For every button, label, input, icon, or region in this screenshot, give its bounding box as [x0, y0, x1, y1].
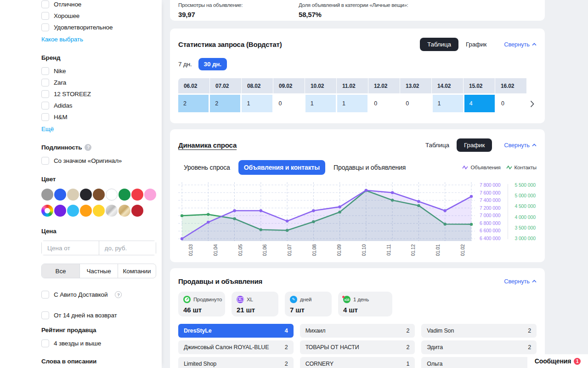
checkbox-icon[interactable] [41, 0, 49, 8]
help-icon[interactable]: ? [115, 291, 122, 298]
wordstat-value-cell: 0 [369, 95, 399, 112]
y-tick-label: 7 400 000 [480, 197, 503, 203]
seller-row[interactable]: CORNERY1 [300, 357, 415, 368]
brand-option-nike[interactable]: Nike [41, 67, 156, 75]
authenticity-option[interactable]: Со значком «Оригинал» [41, 157, 156, 165]
seller-row[interactable]: Джинсовый Салон ROYAL-BLUE2 [178, 340, 294, 354]
messages-widget[interactable]: Сообщения 1 [527, 354, 588, 368]
demand-chart-toggle[interactable]: График [457, 138, 492, 152]
x-tick-label: 01.06 [252, 244, 277, 259]
seller-row[interactable]: Vadim Son2 [421, 324, 537, 338]
checkbox-icon[interactable] [41, 23, 49, 31]
color-swatch-multicolor[interactable] [41, 205, 53, 217]
ads-y-axis: 7 800 0007 600 0007 400 0007 200 0007 00… [475, 182, 503, 241]
checkbox-icon[interactable] [41, 113, 49, 121]
condition-help-link[interactable]: Какое выбрать [41, 36, 83, 43]
color-swatch-brown[interactable] [93, 189, 105, 201]
seller-row[interactable]: Limited Shop2 [178, 357, 294, 368]
color-swatch-gray[interactable] [41, 189, 53, 201]
seller-row[interactable]: Эдита2 [421, 340, 537, 354]
color-swatch-purple[interactable] [54, 205, 66, 217]
table-scroll-right-button[interactable] [527, 98, 537, 110]
y-tick-label: 7 200 000 [480, 205, 503, 211]
tab-demand-level[interactable]: Уровень спроса [178, 160, 236, 175]
color-swatch-orange[interactable] [80, 205, 92, 217]
wordstat-collapse-link[interactable]: Свернуть [504, 41, 537, 48]
wordstat-table-header: 06.0207.0208.0209.0210.0211.0212.0213.02… [178, 78, 537, 93]
condition-option-label: Хорошее [54, 12, 79, 19]
wordstat-table: 06.0207.0208.0209.0210.0211.0212.0213.02… [178, 78, 537, 112]
color-swatch-pink[interactable] [144, 189, 156, 201]
seller-name: Ольга [427, 361, 442, 367]
seller-row[interactable]: Михаил2 [300, 324, 415, 338]
seller-type-private[interactable]: Частные [80, 264, 118, 278]
brand-option-hm[interactable]: H&M [41, 113, 156, 121]
brand-more-link[interactable]: Ещё [41, 126, 54, 132]
tab-ads-contacts[interactable]: Объявления и контакты [238, 160, 325, 175]
seller-row[interactable]: Ольга [421, 357, 537, 368]
authenticity-option-label: Со значком «Оригинал» [54, 157, 122, 164]
color-swatch-red[interactable] [131, 189, 143, 201]
help-icon[interactable]: ? [85, 144, 91, 151]
seller-type-companies[interactable]: Компании [118, 264, 156, 278]
checkbox-icon[interactable] [41, 102, 49, 109]
color-swatch-white[interactable] [106, 189, 118, 201]
rating-option[interactable]: 4 звезды и выше [41, 339, 156, 347]
brand-option-adidas[interactable]: Adidas [41, 102, 156, 109]
color-swatch-green[interactable] [119, 189, 130, 201]
wordstat-chart-toggle[interactable]: График [460, 38, 492, 51]
checkbox-icon[interactable] [41, 12, 49, 20]
color-swatch-blue[interactable] [54, 189, 66, 201]
chevron-up-icon [532, 43, 537, 46]
wordstat-date-header: 07.02 [210, 78, 242, 93]
x-tick-label: 01.12 [401, 244, 425, 259]
x-tick-label: 01.04 [203, 244, 228, 259]
views-metric-value: 39,97 [178, 11, 299, 18]
xl-icon: XL [237, 296, 244, 303]
x-tick-label: 01.07 [277, 244, 302, 259]
color-swatch-silver[interactable] [106, 205, 118, 217]
wordstat-date-header: 16.02 [495, 78, 526, 93]
demand-table-toggle[interactable]: Таблица [420, 138, 455, 152]
price-to-input[interactable] [99, 241, 156, 255]
brand-option-zara[interactable]: Zara [41, 79, 156, 86]
metrics-card: Просмотры на объявление: 39,97 Доля объя… [170, 0, 545, 21]
color-swatch-gold[interactable] [119, 205, 130, 217]
y-tick-label: 4 500 000 [514, 203, 537, 209]
period-7d-button[interactable]: 7 дн. [178, 61, 192, 68]
wordstat-value-cell: 2 [210, 95, 240, 112]
tab-sellers-ads[interactable]: Продавцы и объявления [328, 160, 411, 175]
checkbox-icon[interactable] [41, 157, 49, 165]
seller-type-all[interactable]: Все [42, 264, 80, 278]
sellers-collapse-link[interactable]: Свернуть [504, 278, 537, 285]
price-from-input[interactable] [42, 241, 99, 255]
xl-badge: XL XL 21 шт [232, 292, 278, 316]
color-swatch-yellow[interactable] [93, 205, 105, 217]
condition-option-good[interactable]: Хорошее [41, 12, 156, 20]
checkbox-icon[interactable] [41, 90, 49, 98]
seller-row[interactable]: DresStyLe4 [178, 324, 294, 338]
delivery-option[interactable]: С Авито Доставкой ? [41, 291, 156, 299]
brand-option-12storeez[interactable]: 12 STOREEZ [41, 90, 156, 98]
seller-row[interactable]: ТОВАРЫ ОТ НАСТИ2 [300, 340, 415, 354]
color-swatch-beige[interactable] [67, 189, 79, 201]
color-swatch-black[interactable] [80, 189, 92, 201]
demand-collapse-link[interactable]: Свернуть [504, 142, 537, 149]
rating-option-label: 4 звезды и выше [54, 340, 101, 347]
demand-title[interactable]: Динамика спроса [178, 141, 237, 149]
period-30d-button[interactable]: 30 дн. [198, 58, 227, 70]
checkbox-icon[interactable] [41, 67, 49, 75]
checkbox-icon[interactable] [41, 311, 49, 319]
wordstat-value-cell: 1 [305, 95, 336, 112]
color-swatch-light-blue[interactable] [67, 205, 79, 217]
checkbox-icon[interactable] [41, 339, 49, 347]
share-metric: Доля объявлений в категории «Личные вещи… [299, 0, 408, 21]
badge-label: XL [247, 297, 253, 302]
color-swatch-dark-red[interactable] [131, 205, 143, 217]
checkbox-icon[interactable] [41, 291, 49, 299]
condition-option-satisfactory[interactable]: Удовлетворительное [41, 23, 156, 31]
wordstat-table-toggle[interactable]: Таблица [420, 38, 458, 51]
return-option[interactable]: От 14 дней на возврат [41, 311, 156, 319]
condition-option-excellent[interactable]: Отличное [41, 0, 156, 8]
checkbox-icon[interactable] [41, 79, 49, 86]
